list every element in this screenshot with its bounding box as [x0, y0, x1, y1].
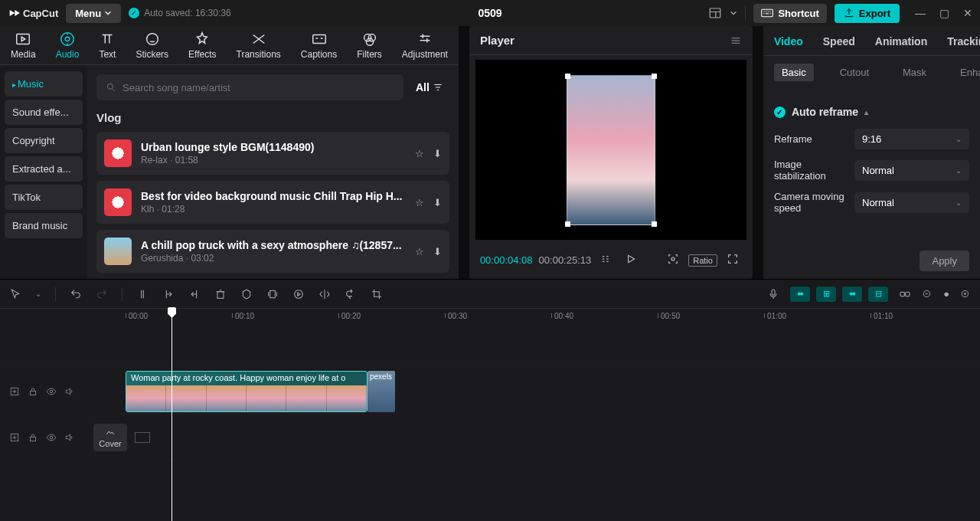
reverse-icon[interactable] [292, 288, 305, 300]
tab-effects[interactable]: Effects [188, 31, 216, 64]
lock-icon[interactable] [28, 386, 38, 397]
mic-icon[interactable] [767, 288, 779, 300]
speaker-icon[interactable] [64, 386, 75, 397]
eye-icon[interactable] [46, 386, 57, 397]
download-icon[interactable]: ⬇ [433, 246, 442, 257]
trim-right-icon[interactable] [188, 288, 201, 300]
cat-music[interactable]: ▸Music [5, 71, 83, 97]
export-button[interactable]: Export [835, 4, 900, 23]
video-frame[interactable] [567, 75, 655, 225]
download-icon[interactable]: ⬇ [433, 197, 442, 208]
song-title: A chill pop truck with a sexy atmosphere… [141, 239, 406, 251]
subtab-cutout[interactable]: Cutout [832, 64, 877, 81]
rtab-video[interactable]: Video [774, 35, 803, 48]
expand-icon[interactable] [9, 386, 20, 397]
maximize-icon[interactable]: ▢ [939, 7, 949, 19]
tab-transitions[interactable]: Transitions [237, 31, 281, 64]
shortcut-button[interactable]: Shortcut [753, 4, 826, 23]
resize-handle[interactable] [565, 74, 570, 79]
subtab-enhance[interactable]: Enhance [952, 64, 980, 81]
marker-icon[interactable] [240, 288, 253, 300]
thumbnail-slot[interactable] [135, 432, 150, 443]
cover-button[interactable]: Cover [93, 424, 127, 451]
star-icon[interactable]: ☆ [415, 197, 424, 208]
delete-icon[interactable] [214, 288, 227, 300]
crop-icon[interactable] [371, 288, 383, 300]
magnet-2[interactable]: ⊞ [816, 287, 836, 302]
play-button[interactable] [622, 251, 640, 270]
resize-handle[interactable] [652, 74, 657, 79]
lock-icon[interactable] [28, 432, 38, 443]
video-clip-2[interactable]: pexels [368, 371, 395, 412]
project-name: 0509 [478, 7, 501, 19]
player-canvas[interactable] [475, 60, 746, 240]
expand-icon[interactable] [9, 432, 20, 443]
check-icon: ✓ [129, 8, 139, 18]
carousel-icon[interactable] [266, 288, 279, 300]
undo-icon[interactable] [70, 288, 82, 300]
layout-icon[interactable] [708, 6, 722, 20]
eye-icon[interactable] [46, 432, 57, 443]
magnet-3[interactable]: ⬌ [842, 287, 862, 302]
split-icon[interactable] [136, 288, 149, 300]
redo-icon[interactable] [96, 288, 108, 300]
rtab-tracking[interactable]: Tracking [947, 35, 980, 48]
magnet-4[interactable]: ⊟ [868, 287, 888, 302]
star-icon[interactable]: ☆ [415, 148, 424, 159]
song-item[interactable]: Urban lounge style BGM(1148490)Re-lax · … [96, 132, 449, 175]
cat-sfx[interactable]: Sound effe... [5, 100, 83, 125]
tab-audio[interactable]: Audio [56, 31, 80, 64]
track-head [0, 432, 84, 443]
download-icon[interactable]: ⬇ [433, 148, 442, 159]
video-clip[interactable]: Woman party at rocky coast. Happy woman … [126, 371, 368, 412]
rtab-speed[interactable]: Speed [823, 35, 855, 48]
ratio-button[interactable]: Ratio [688, 254, 717, 267]
zoom-slider-icon[interactable]: ● [943, 288, 949, 300]
close-icon[interactable]: ✕ [963, 7, 972, 19]
stabilization-dropdown[interactable]: Normal⌄ [854, 160, 969, 181]
filter-button[interactable]: All [410, 74, 449, 100]
playhead[interactable] [172, 309, 172, 521]
rtab-animation[interactable]: Animation [875, 35, 927, 48]
fullscreen-icon[interactable] [724, 251, 742, 270]
song-item[interactable]: A chill pop truck with a sexy atmosphere… [96, 230, 449, 273]
trim-left-icon[interactable] [162, 288, 175, 300]
minimize-icon[interactable]: — [915, 7, 926, 19]
chevron-down-icon[interactable] [730, 9, 737, 17]
song-item[interactable]: Best for video background music Chill Tr… [96, 181, 449, 224]
resize-handle[interactable] [565, 221, 570, 227]
ruler[interactable]: 00:00 00:10 00:20 00:30 00:40 00:50 01:0… [0, 309, 980, 327]
cat-copyright[interactable]: Copyright [5, 128, 83, 153]
pointer-tool[interactable] [9, 288, 21, 300]
camera-dropdown[interactable]: Normal⌄ [854, 192, 969, 213]
link-icon[interactable] [899, 288, 911, 300]
subtab-mask[interactable]: Mask [895, 64, 934, 81]
speaker-icon[interactable] [64, 432, 75, 443]
zoom-in-icon[interactable] [960, 289, 971, 300]
rotate-icon[interactable] [345, 288, 357, 300]
zoom-out-icon[interactable] [922, 289, 933, 300]
tab-captions[interactable]: Captions [301, 31, 337, 64]
scan-icon[interactable] [664, 251, 682, 270]
cat-brand[interactable]: Brand music [5, 213, 83, 238]
chevron-down-icon[interactable]: ⌄ [35, 290, 41, 298]
tab-filters[interactable]: Filters [357, 31, 382, 64]
tab-adjustment[interactable]: Adjustment [402, 31, 448, 64]
magnet-1[interactable]: ⬌ [790, 287, 810, 302]
search-input[interactable] [96, 74, 403, 100]
auto-reframe-toggle[interactable]: ✓Auto reframe▴ [774, 106, 969, 118]
resize-handle[interactable] [652, 221, 657, 227]
mirror-icon[interactable] [318, 288, 331, 300]
list-icon[interactable] [597, 251, 616, 270]
apply-button[interactable]: Apply [920, 251, 969, 271]
tab-stickers[interactable]: Stickers [136, 31, 168, 64]
hamburger-icon[interactable] [730, 34, 742, 47]
cat-extracted[interactable]: Extracted a... [5, 156, 83, 182]
reframe-dropdown[interactable]: 9:16⌄ [854, 129, 969, 149]
subtab-basic[interactable]: Basic [774, 64, 814, 81]
cat-tiktok[interactable]: TikTok [5, 185, 83, 210]
tab-media[interactable]: Media [11, 31, 36, 64]
tab-text[interactable]: Text [99, 31, 116, 64]
menu-button[interactable]: Menu [66, 4, 121, 23]
star-icon[interactable]: ☆ [415, 246, 424, 257]
